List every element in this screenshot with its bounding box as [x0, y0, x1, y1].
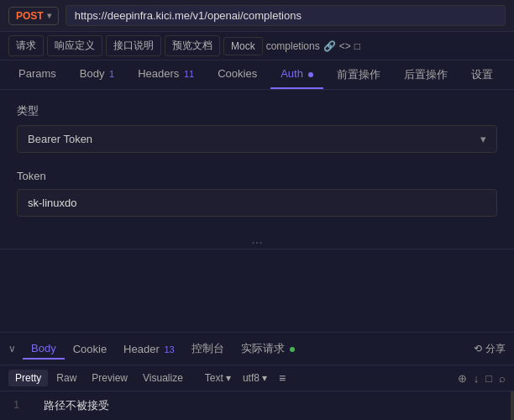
response-text: 路径不被接受: [44, 398, 109, 413]
fmt-download-icon[interactable]: ↓: [474, 372, 480, 385]
subnav-api-doc[interactable]: 接口说明: [106, 35, 161, 56]
fmt-copy-icon[interactable]: □: [485, 372, 492, 385]
bottom-tab-header[interactable]: Header 13: [115, 339, 183, 359]
fmt-encoding-select[interactable]: utf8 ▾: [238, 370, 272, 386]
auth-type-value: Bearer Token: [28, 133, 92, 145]
auth-dot: [308, 72, 313, 77]
subnav-preview[interactable]: 预览文档: [165, 35, 220, 56]
fmt-tab-pretty[interactable]: Pretty: [8, 370, 48, 386]
tab-pre-op[interactable]: 前置操作: [327, 60, 391, 89]
sub-nav: 请求 响应定义 接口说明 预览文档 Mock completions 🔗 <> …: [0, 32, 514, 60]
share-button[interactable]: ⟲ 分享: [474, 342, 506, 356]
actual-request-dot: [290, 347, 295, 352]
tab-body[interactable]: Body 1: [70, 60, 124, 89]
toggle-icon[interactable]: ∨: [8, 343, 16, 354]
main-tabs: Params Body 1 Headers 11 Cookies Auth 前置…: [0, 60, 514, 90]
bottom-tab-cookie[interactable]: Cookie: [65, 339, 115, 359]
fmt-text-select[interactable]: Text ▾: [200, 370, 236, 386]
tab-headers[interactable]: Headers 11: [128, 60, 204, 89]
fmt-tab-preview[interactable]: Preview: [85, 370, 134, 386]
tab-params[interactable]: Params: [8, 60, 66, 89]
fmt-wrap-icon[interactable]: ≡: [279, 371, 286, 385]
auth-type-select[interactable]: Bearer Token ▾: [17, 125, 497, 153]
token-input[interactable]: [17, 189, 497, 217]
select-chevron: ▾: [480, 133, 486, 145]
subnav-response-def[interactable]: 响应定义: [47, 35, 102, 56]
tab-settings[interactable]: 设置: [461, 60, 503, 89]
fmt-search-icon[interactable]: ⌕: [499, 372, 506, 385]
subnav-request[interactable]: 请求: [8, 35, 44, 56]
fmt-enc-chevron: ▾: [262, 372, 267, 384]
response-line-1: 1 路径不被接受: [0, 391, 514, 420]
link-icon: 🔗: [323, 40, 336, 52]
dots-separator: ...: [0, 230, 514, 249]
format-bar: Pretty Raw Preview Visualize Text ▾ utf8…: [0, 365, 514, 391]
fmt-tab-raw[interactable]: Raw: [50, 370, 83, 386]
type-label: 类型: [17, 103, 497, 118]
box-icon: □: [354, 40, 360, 52]
url-input[interactable]: https://deepinfra.kici.me/v1/openai/comp…: [66, 5, 506, 26]
fmt-tab-visualize[interactable]: Visualize: [136, 370, 190, 386]
tab-auth[interactable]: Auth: [270, 60, 323, 89]
subnav-completions-link[interactable]: completions 🔗 <> □: [266, 40, 360, 52]
bottom-tab-console[interactable]: 控制台: [183, 338, 233, 360]
method-label: POST: [16, 10, 44, 22]
scroll-indicator[interactable]: [511, 391, 514, 420]
subnav-mock[interactable]: Mock: [223, 37, 263, 55]
method-selector[interactable]: POST ▾: [8, 7, 59, 25]
subnav-link-text: completions: [266, 40, 320, 52]
share-icon: ⟲: [474, 343, 482, 354]
line-number: 1: [13, 398, 30, 413]
fmt-text-chevron: ▾: [226, 372, 231, 384]
response-area: 1 路径不被接受: [0, 391, 514, 420]
tab-cookies[interactable]: Cookies: [207, 60, 267, 89]
auth-section: 类型 Bearer Token ▾ Token ...: [0, 90, 514, 354]
fmt-action-icons: ⊕ ↓ □ ⌕: [458, 372, 506, 385]
tab-post-op[interactable]: 后置操作: [394, 60, 458, 89]
auth-form: 类型 Bearer Token ▾ Token: [0, 90, 514, 230]
bottom-panel: ∨ Body Cookie Header 13 控制台 实际请求 ⟲ 分享 Pr…: [0, 332, 514, 420]
top-bar: POST ▾ https://deepinfra.kici.me/v1/open…: [0, 0, 514, 32]
fmt-add-icon[interactable]: ⊕: [458, 372, 467, 385]
bottom-tab-body[interactable]: Body: [23, 339, 65, 360]
code-icon: <>: [339, 40, 351, 52]
bottom-tabs-row: ∨ Body Cookie Header 13 控制台 实际请求 ⟲ 分享: [0, 333, 514, 365]
method-chevron: ▾: [47, 11, 51, 20]
token-label: Token: [17, 170, 497, 182]
bottom-tab-actual-request[interactable]: 实际请求: [233, 338, 304, 360]
